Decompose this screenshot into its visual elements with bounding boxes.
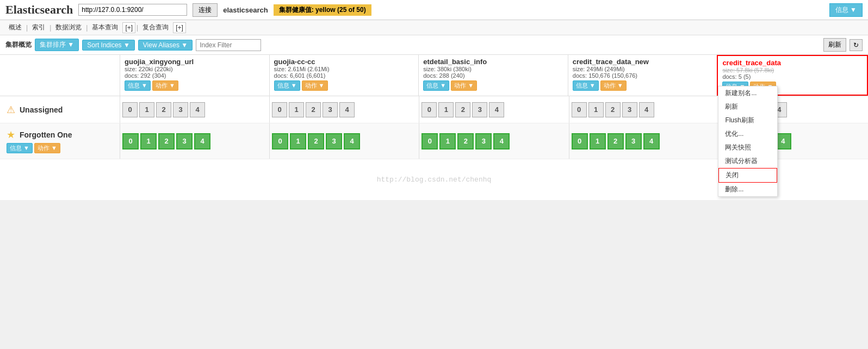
shard-f-1-4[interactable]: 4 — [194, 133, 210, 149]
index-name-2: guojia-cc-cc — [274, 58, 414, 66]
shard-f-3-3[interactable]: 3 — [475, 133, 492, 149]
index-col-2: guojia-cc-cc size: 2.61Mi (2.61Mi) docs:… — [269, 55, 419, 96]
index-size-3: size: 380ki (380ki) — [423, 66, 563, 72]
shard-f-1-1[interactable]: 1 — [140, 133, 157, 149]
forgotten-action-btn[interactable]: 动作 ▼ — [34, 143, 60, 153]
index-col-5: credit_trace_data size: 57.8ki (57.8ki) … — [717, 55, 868, 96]
shard-f-2-3[interactable]: 3 — [326, 133, 342, 149]
shard-f-2-2[interactable]: 2 — [308, 133, 324, 149]
nav-item-browse[interactable]: 数据浏览 — [52, 22, 85, 33]
index-size-4: size: 249Mi (249Mi) — [573, 66, 713, 72]
index-col-4: credit_trace_data_new size: 249Mi (249Mi… — [568, 55, 717, 96]
index-docs-1: docs: 292 (304) — [125, 72, 265, 79]
index-action-btn-2[interactable]: 动作 ▼ — [302, 80, 328, 91]
shard-u-2-3: 3 — [323, 102, 338, 117]
shard-f-1-0[interactable]: 0 — [122, 133, 139, 149]
index-info-btn-3[interactable]: 信息 ▼ — [423, 80, 449, 91]
shard-u-3-0: 0 — [421, 102, 437, 117]
index-filter-input[interactable] — [196, 39, 261, 51]
shard-u-4-4: 4 — [639, 102, 654, 117]
sort-indices-button[interactable]: Sort Indices ▼ — [82, 40, 135, 51]
index-info-btn-2[interactable]: 信息 ▼ — [274, 80, 300, 91]
index-name-3: etdetail_basic_info — [423, 58, 563, 66]
dropdown-item-close[interactable]: 关闭 — [718, 168, 777, 183]
shard-u-1-0: 0 — [122, 102, 138, 117]
shard-f-1-3[interactable]: 3 — [176, 133, 193, 149]
nav-item-complex-plus[interactable]: [+] — [173, 22, 186, 33]
health-badge: 集群健康值: yellow (25 of 50) — [274, 4, 371, 16]
dropdown-item-delete[interactable]: 删除... — [718, 183, 777, 196]
index-name-4: credit_trace_data_new — [573, 58, 713, 66]
refresh-button[interactable]: 刷新 — [823, 38, 846, 52]
index-col-3: etdetail_basic_info size: 380ki (380ki) … — [418, 55, 568, 96]
forgotten-shards-2: 0 1 2 3 4 — [269, 123, 419, 159]
index-name-1: guojia_xingyong_url — [125, 58, 265, 66]
shard-f-4-2[interactable]: 2 — [607, 133, 624, 149]
unassigned-icon: ⚠ — [7, 104, 15, 116]
forgotten-row-label: ★ Forgotten One 信息 ▼ 动作 ▼ — [0, 123, 120, 159]
sort-cluster-button[interactable]: 集群排序 ▼ — [35, 39, 79, 51]
nav-separator-1: | — [26, 24, 28, 32]
nav-item-basic-plus[interactable]: [+] — [122, 22, 135, 33]
refresh-icon-button[interactable]: ↻ — [850, 39, 863, 51]
shard-f-3-2[interactable]: 2 — [457, 133, 474, 149]
unassigned-shards-3: 0 1 2 3 4 — [419, 96, 568, 123]
forgotten-shards-3: 0 1 2 3 4 — [419, 123, 568, 159]
shard-u-4-0: 0 — [572, 102, 587, 117]
dropdown-item-gateway[interactable]: 网关快照 — [718, 141, 777, 154]
url-input[interactable] — [78, 4, 187, 16]
index-docs-3: docs: 288 (240) — [423, 72, 563, 79]
shard-f-2-4[interactable]: 4 — [344, 133, 360, 149]
shard-f-3-4[interactable]: 4 — [493, 133, 510, 149]
index-action-btn-3[interactable]: 动作 ▼ — [451, 80, 477, 91]
nav-item-index[interactable]: 索引 — [29, 22, 48, 33]
shard-u-2-4: 4 — [339, 102, 355, 117]
nav-separator-3: | — [86, 24, 88, 32]
nav-separator-4: | — [137, 24, 138, 32]
shard-u-1-3: 3 — [173, 102, 188, 117]
shard-u-2-2: 2 — [306, 102, 321, 117]
dropdown-item-new-alias[interactable]: 新建别名... — [718, 86, 777, 100]
view-aliases-button[interactable]: View Aliases ▼ — [138, 40, 193, 51]
shard-f-4-4[interactable]: 4 — [643, 133, 660, 149]
shard-u-4-2: 2 — [605, 102, 621, 117]
shard-f-4-1[interactable]: 1 — [590, 133, 606, 149]
forgotten-info-btn[interactable]: 信息 ▼ — [7, 143, 33, 153]
unassigned-shards-2: 0 1 2 3 4 — [269, 96, 419, 123]
info-button[interactable]: 信息 ▼ — [829, 3, 863, 17]
forgotten-shards-4: 0 1 2 3 4 — [569, 123, 718, 159]
nav-item-overview[interactable]: 概述 — [5, 22, 25, 33]
dropdown-item-flush[interactable]: Flush刷新 — [718, 114, 777, 127]
connect-button[interactable]: 连接 — [193, 3, 218, 17]
dropdown-item-refresh[interactable]: 刷新 — [718, 100, 777, 114]
main-content: guojia_xingyong_url size: 220ki (220ki) … — [0, 55, 868, 200]
index-docs-4: docs: 150,676 (150,676) — [573, 72, 713, 79]
nav-bar: 概述 | 索引 | 数据浏览 | 基本查询 [+] | 复合查询 [+] — [0, 20, 868, 35]
nav-item-complex-query[interactable]: 复合查询 — [139, 22, 172, 33]
dropdown-item-analyze[interactable]: 测试分析器 — [718, 154, 777, 168]
shard-f-4-0[interactable]: 0 — [572, 133, 588, 149]
forgotten-star-icon: ★ — [7, 129, 15, 141]
index-size-1: size: 220ki (220ki) — [125, 66, 265, 72]
index-docs-2: docs: 6,601 (6,601) — [274, 72, 414, 79]
unassigned-row-label: ⚠ Unassigned — [0, 96, 120, 123]
shard-f-2-1[interactable]: 1 — [290, 133, 306, 149]
shard-u-1-1: 1 — [139, 102, 154, 117]
cluster-overview-label: 集群概览 — [5, 40, 32, 49]
shard-f-4-3[interactable]: 3 — [625, 133, 642, 149]
shard-f-2-0[interactable]: 0 — [272, 133, 288, 149]
index-info-btn-4[interactable]: 信息 ▼ — [573, 80, 599, 91]
unassigned-shards-4: 0 1 2 3 4 — [569, 96, 718, 123]
shard-f-1-2[interactable]: 2 — [158, 133, 175, 149]
dropdown-item-optimize[interactable]: 优化... — [718, 127, 777, 141]
row-label-spacer — [0, 55, 120, 96]
index-action-btn-1[interactable]: 动作 ▼ — [152, 80, 178, 91]
index-header-row: guojia_xingyong_url size: 220ki (220ki) … — [0, 55, 868, 96]
index-info-btn-1[interactable]: 信息 ▼ — [125, 80, 151, 91]
index-name-5: credit_trace_data — [722, 59, 863, 67]
index-action-btn-4[interactable]: 动作 ▼ — [600, 80, 627, 91]
nav-item-basic-query[interactable]: 基本查询 — [89, 22, 121, 33]
shard-f-3-0[interactable]: 0 — [421, 133, 438, 149]
shard-u-2-0: 0 — [272, 102, 287, 117]
shard-f-3-1[interactable]: 1 — [439, 133, 456, 149]
